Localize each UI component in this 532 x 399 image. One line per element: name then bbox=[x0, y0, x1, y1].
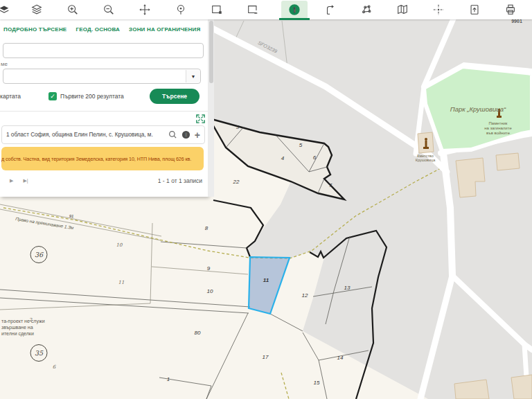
tab-detailed-search[interactable]: ПОДРОБНО ТЪРСЕНЕ bbox=[3, 26, 66, 33]
zoom-in-icon[interactable] bbox=[60, 1, 86, 19]
svg-text:36: 36 bbox=[35, 251, 44, 258]
svg-text:6: 6 bbox=[53, 364, 56, 370]
print-icon[interactable] bbox=[497, 1, 524, 19]
chevron-down-icon[interactable]: ▼ bbox=[186, 70, 200, 82]
quarter-number-label: 9901 bbox=[511, 19, 522, 24]
measure-corner-icon[interactable] bbox=[317, 1, 344, 19]
zoom-out-icon[interactable] bbox=[96, 1, 122, 19]
search-controls-row: картата ✓ Първите 200 резултата Търсене bbox=[0, 89, 205, 104]
result-detail-text: д собств. Частна, вид територия Земеделс… bbox=[1, 156, 191, 162]
svg-text:10: 10 bbox=[207, 288, 213, 294]
tab-restriction-zones[interactable]: ЗОНИ НА ОГРАНИЧЕНИЯ bbox=[129, 26, 200, 33]
map-sheet-icon[interactable] bbox=[389, 1, 416, 19]
divider bbox=[0, 111, 208, 112]
pan-icon[interactable] bbox=[132, 1, 158, 19]
svg-text:10: 10 bbox=[116, 242, 123, 248]
first-200-checkbox[interactable]: ✓ bbox=[48, 92, 57, 100]
svg-text:12: 12 bbox=[302, 292, 308, 299]
last-page-icon[interactable]: ▶| bbox=[23, 178, 28, 184]
svg-text:Паметник: Паметник bbox=[489, 121, 508, 125]
svg-text:11: 11 bbox=[118, 280, 125, 285]
svg-text:3: 3 bbox=[236, 124, 240, 130]
svg-text:15: 15 bbox=[314, 380, 320, 386]
svg-text:11: 11 bbox=[263, 277, 269, 283]
svg-text:ителни сделки: ителни сделки bbox=[1, 331, 34, 337]
svg-text:4: 4 bbox=[281, 155, 285, 161]
svg-text:Крушовица: Крушовица bbox=[416, 158, 436, 162]
layers-icon[interactable] bbox=[24, 1, 50, 19]
svg-text:80: 80 bbox=[195, 330, 201, 336]
svg-text:9: 9 bbox=[207, 265, 211, 272]
tab-geodetic-basis[interactable]: ГЕОД. ОСНОВА bbox=[76, 26, 120, 33]
search-panel: ПОДРОБНО ТЪРСЕНЕ ГЕОД. ОСНОВА ЗОНИ НА ОГ… bbox=[0, 19, 208, 197]
svg-text:5: 5 bbox=[299, 142, 303, 148]
panel-scrollbar[interactable] bbox=[208, 19, 214, 197]
svg-text:91: 91 bbox=[69, 214, 74, 218]
svg-text:17: 17 bbox=[263, 354, 269, 360]
location-pin-icon[interactable] bbox=[168, 1, 194, 19]
first-200-label: Първите 200 резултата bbox=[60, 93, 124, 100]
result-row[interactable]: 1 област София, община Елин Пелин, с. Кр… bbox=[1, 125, 205, 144]
search-input[interactable] bbox=[3, 43, 204, 58]
svg-text:22: 22 bbox=[233, 179, 240, 185]
show-on-map-label: картата bbox=[0, 93, 21, 100]
top-toolbar: i bbox=[0, 0, 532, 19]
svg-text:2: 2 bbox=[29, 317, 33, 323]
result-detail-row-highlighted[interactable]: д собств. Частна, вид територия Земеделс… bbox=[1, 147, 204, 170]
measure-area-icon[interactable] bbox=[353, 1, 380, 19]
panel-tabs: ПОДРОБНО ТЪРСЕНЕ ГЕОД. ОСНОВА ЗОНИ НА ОГ… bbox=[0, 19, 208, 37]
select-rect-icon[interactable] bbox=[204, 1, 230, 19]
svg-text:на загиналите: на загиналите bbox=[484, 126, 512, 130]
svg-text:35: 35 bbox=[35, 349, 44, 357]
search-result-icon[interactable] bbox=[168, 130, 177, 139]
svg-text:1: 1 bbox=[167, 376, 170, 382]
svg-text:i: i bbox=[294, 6, 296, 14]
field-label: ме bbox=[1, 61, 8, 67]
info-icon[interactable]: i bbox=[281, 1, 308, 19]
svg-text:13: 13 bbox=[344, 285, 351, 291]
townhall-label: Кметство Крушовица bbox=[416, 154, 436, 162]
search-button[interactable]: Търсене bbox=[150, 89, 200, 104]
pagination: ▶ ▶| 1 - 1 от 1 записи bbox=[0, 175, 202, 187]
export-page-icon[interactable] bbox=[461, 1, 488, 19]
svg-text:7: 7 bbox=[329, 182, 332, 188]
svg-text:във войните: във войните bbox=[486, 131, 511, 135]
svg-text:14: 14 bbox=[337, 355, 344, 361]
pagination-info: 1 - 1 от 1 записи bbox=[158, 177, 202, 184]
svg-text:6: 6 bbox=[313, 154, 317, 161]
dropdown-select[interactable]: ▼ bbox=[3, 69, 201, 84]
expand-results-icon[interactable] bbox=[196, 114, 205, 123]
select-extent-icon[interactable] bbox=[240, 1, 266, 19]
svg-text:i: i bbox=[185, 132, 186, 138]
layers-filled-icon[interactable] bbox=[0, 1, 11, 19]
park-name-label: Парк „Крушовица“ bbox=[450, 105, 506, 113]
svg-text:8: 8 bbox=[205, 225, 209, 231]
next-page-icon[interactable]: ▶ bbox=[10, 178, 13, 184]
coordinates-icon[interactable] bbox=[425, 1, 452, 19]
result-info-icon[interactable]: i bbox=[181, 130, 190, 139]
svg-text:та-проект не служи: та-проект не служи bbox=[1, 319, 45, 324]
add-result-icon[interactable]: + bbox=[195, 130, 200, 140]
result-row-text: 1 област София, община Елин Пелин, с. Кр… bbox=[2, 132, 168, 138]
svg-text:звършване на: звършване на bbox=[1, 325, 33, 330]
